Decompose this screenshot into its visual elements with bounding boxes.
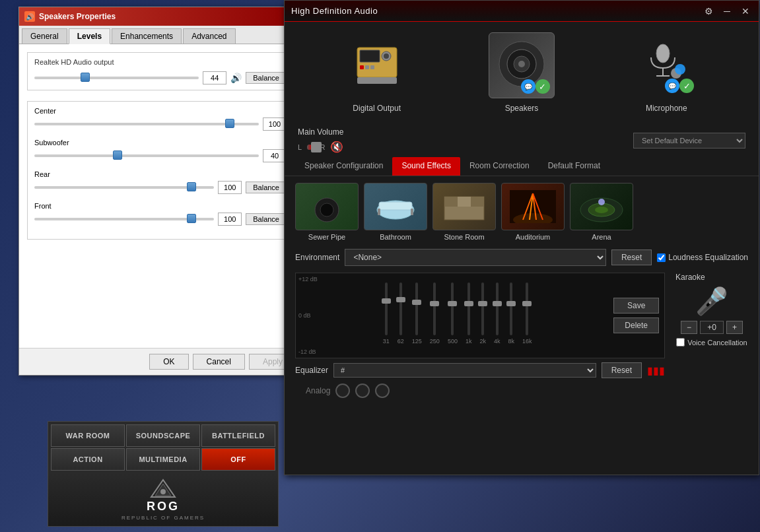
loudness-eq-label[interactable]: Loudness Equalization: [657, 253, 748, 262]
rog-multimedia-button[interactable]: MULTIMEDIA: [126, 448, 200, 471]
front-value[interactable]: 100: [218, 213, 242, 226]
eq-save-button[interactable]: Save: [613, 298, 659, 314]
rear-slider-track[interactable]: [34, 186, 214, 189]
svg-rect-20: [379, 202, 412, 210]
env-stone-room[interactable]: Stone Room: [432, 183, 496, 241]
hda-minimize-button[interactable]: ─: [720, 5, 734, 18]
device-digital-output[interactable]: Digital Output: [344, 32, 410, 113]
volume-thumb[interactable]: [311, 142, 322, 152]
env-reset-button[interactable]: Reset: [611, 249, 652, 265]
eq-thumb-1k[interactable]: [464, 301, 473, 306]
svg-rect-24: [444, 197, 458, 207]
svg-point-11: [518, 61, 525, 67]
tab-advanced[interactable]: Advanced: [183, 28, 235, 44]
tab-levels[interactable]: Levels: [69, 28, 110, 44]
hda-close-button[interactable]: ✕: [739, 5, 752, 18]
karaoke-plus-button[interactable]: +: [726, 321, 743, 334]
rog-action-button[interactable]: ACTION: [51, 448, 125, 471]
center-thumb[interactable]: [225, 119, 234, 128]
realtek-section: Realtek HD Audio output 44 🔊 Balance: [27, 52, 294, 90]
eq-freq-8k: 8k: [508, 338, 514, 345]
front-slider-track[interactable]: [34, 218, 214, 220]
volume-slider-row: L R 🔇: [298, 141, 343, 153]
tab-general[interactable]: General: [22, 28, 67, 44]
rog-logo-svg: [150, 479, 176, 498]
vol-mute-icon[interactable]: 🔇: [330, 141, 343, 153]
realtek-volume-icon: 🔊: [230, 73, 242, 83]
eq-thumb-8k[interactable]: [506, 301, 516, 306]
voice-cancellation-label[interactable]: Voice Cancellation: [676, 338, 747, 347]
eq-sliders: 31 62 125 250: [301, 276, 613, 355]
tab-room-correction[interactable]: Room Correction: [460, 157, 539, 176]
env-arena[interactable]: Arena: [570, 183, 633, 241]
device-microphone[interactable]: 💬 ✓ Microphone: [633, 32, 699, 113]
subwoofer-slider-row: 40: [34, 149, 287, 162]
eq-preset-select[interactable]: #: [333, 363, 596, 378]
analog-circle-1: [335, 383, 350, 398]
realtek-slider-track[interactable]: [34, 77, 199, 79]
subwoofer-thumb[interactable]: [113, 150, 122, 160]
eq-thumb-16k[interactable]: [522, 301, 532, 306]
environment-select[interactable]: <None>: [345, 249, 606, 266]
eq-thumb-500[interactable]: [448, 301, 457, 306]
tab-sound-effects[interactable]: Sound Effects: [392, 157, 460, 176]
voice-cancellation-checkbox[interactable]: [676, 338, 685, 347]
realtek-value[interactable]: 44: [203, 71, 226, 84]
eq-bottom-row: Equalizer # Reset ▮▮▮: [295, 362, 665, 378]
karaoke-value: +0: [700, 321, 724, 334]
rog-battlefield-button[interactable]: BATTLEFIELD: [201, 424, 275, 447]
env-auditorium[interactable]: Auditorium: [501, 183, 565, 241]
svg-rect-7: [357, 77, 397, 84]
karaoke-minus-button[interactable]: −: [681, 321, 697, 334]
svg-point-36: [598, 199, 605, 205]
cancel-button[interactable]: Cancel: [193, 354, 245, 370]
svg-rect-6: [370, 65, 374, 69]
microphone-icon-wrap: 💬 ✓: [633, 32, 699, 98]
volume-track[interactable]: [307, 145, 314, 150]
env-bathroom-label: Bathroom: [380, 233, 411, 241]
speakers-titlebar: 🔊 Speakers Properties ✕: [19, 7, 302, 26]
rog-soundscape-button[interactable]: SOUNDSCAPE: [126, 424, 200, 447]
realtek-balance-button[interactable]: Balance: [246, 72, 287, 84]
rear-thumb[interactable]: [187, 182, 196, 191]
eq-thumb-62[interactable]: [396, 297, 405, 302]
ok-button[interactable]: OK: [149, 354, 188, 370]
loudness-eq-checkbox[interactable]: [657, 253, 666, 262]
env-sewer-pipe[interactable]: Sewer Pipe: [295, 183, 359, 241]
eq-slider-2k: 2k: [479, 283, 486, 349]
eq-bars-icon[interactable]: ▮▮▮: [647, 364, 665, 377]
subwoofer-value[interactable]: 40: [263, 149, 287, 162]
eq-delete-button[interactable]: Delete: [613, 317, 659, 333]
eq-thumb-125[interactable]: [412, 300, 421, 305]
channel-rear: Rear 100 Balance: [34, 170, 287, 194]
center-slider-row: 100: [34, 117, 287, 131]
hda-title-text: High Definition Audio: [291, 6, 378, 16]
eq-thumb-4k[interactable]: [493, 301, 502, 306]
device-speakers[interactable]: 💬 ✓ Speakers: [489, 32, 555, 113]
rear-balance-button[interactable]: Balance: [246, 182, 287, 193]
eq-thumb-2k[interactable]: [478, 301, 487, 306]
subwoofer-slider-track[interactable]: [34, 154, 259, 157]
front-balance-button[interactable]: Balance: [246, 213, 287, 225]
eq-thumb-250[interactable]: [430, 301, 439, 306]
tab-default-format[interactable]: Default Format: [539, 157, 609, 176]
default-device-select[interactable]: Set Default Device: [633, 133, 745, 149]
hda-settings-button[interactable]: ⚙: [702, 5, 715, 18]
tab-speaker-config[interactable]: Speaker Configuration: [295, 157, 392, 176]
eq-thumb-31[interactable]: [382, 298, 391, 304]
eq-reset-button[interactable]: Reset: [602, 362, 642, 378]
rear-value[interactable]: 100: [218, 181, 242, 194]
channels-section[interactable]: Center 100 Subwoofer 40: [27, 101, 294, 240]
eq-freq-31: 31: [383, 338, 390, 345]
speakers-chat-badge: 💬: [521, 79, 535, 94]
center-slider-track[interactable]: [34, 123, 259, 125]
tab-enhancements[interactable]: Enhancements: [112, 28, 182, 44]
rog-off-button[interactable]: OFF: [201, 448, 275, 471]
svg-rect-21: [378, 209, 380, 215]
front-thumb[interactable]: [187, 214, 196, 223]
env-bathroom[interactable]: Bathroom: [364, 183, 427, 241]
env-bathroom-img: [364, 183, 427, 230]
rog-war-room-button[interactable]: WAR ROOM: [51, 424, 125, 447]
realtek-slider-thumb[interactable]: [81, 73, 90, 82]
center-value[interactable]: 100: [263, 117, 287, 131]
